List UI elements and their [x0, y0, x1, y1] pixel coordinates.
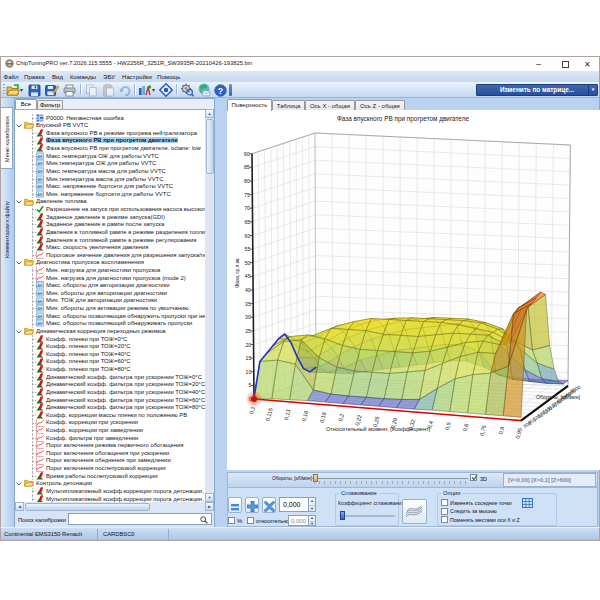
svg-text:?: ?	[218, 86, 223, 96]
svg-text:75: 75	[244, 192, 250, 198]
svg-text:АЕ: АЕ	[37, 169, 43, 174]
svg-text:АЕ: АЕ	[37, 283, 43, 288]
svg-text:50: 50	[245, 260, 251, 266]
svg-text:АЕ: АЕ	[37, 177, 43, 182]
svg-text:85: 85	[244, 164, 250, 170]
svg-text:15: 15	[246, 355, 252, 361]
svg-text:60: 60	[245, 233, 251, 239]
svg-text:АЕ: АЕ	[37, 298, 43, 303]
svg-text:Фаза, гр.л.кв: Фаза, гр.л.кв	[234, 258, 240, 288]
svg-text:АЕ: АЕ	[37, 314, 43, 319]
svg-text:Обороты, [об/мин]: Обороты, [об/мин]	[536, 394, 581, 400]
svg-text:Относительный момент, [Коэффиц: Относительный момент, [Коэффициент]	[326, 426, 431, 432]
svg-text:25: 25	[245, 328, 251, 334]
svg-text:65: 65	[244, 219, 250, 225]
svg-text:45: 45	[245, 273, 251, 279]
svg-text:АЕ: АЕ	[37, 161, 43, 166]
svg-text:40: 40	[245, 287, 251, 293]
svg-text:90: 90	[244, 151, 250, 157]
svg-text:5: 5	[249, 382, 252, 388]
svg-text:АЕ: АЕ	[37, 306, 43, 311]
svg-text:35: 35	[245, 301, 251, 307]
svg-text:30: 30	[245, 314, 251, 320]
svg-text:80: 80	[244, 178, 250, 184]
svg-text:АЕ: АЕ	[37, 192, 43, 197]
svg-text:70: 70	[244, 205, 250, 211]
svg-text:АЕ: АЕ	[37, 154, 43, 159]
svg-text:20: 20	[245, 342, 251, 348]
svg-text:АЕ: АЕ	[37, 184, 43, 189]
svg-text:55: 55	[245, 246, 251, 252]
svg-text:АЕ: АЕ	[37, 291, 43, 296]
svg-text:10: 10	[246, 369, 252, 375]
svg-text:АЕ: АЕ	[37, 321, 43, 326]
